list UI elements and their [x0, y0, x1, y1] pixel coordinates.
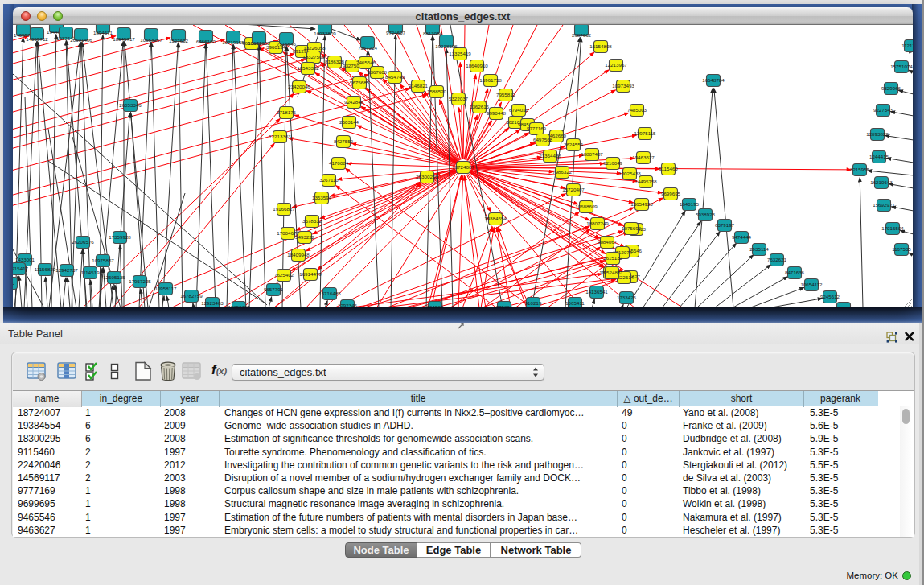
svg-text:9245612: 9245612: [820, 294, 840, 299]
svg-text:9084067: 9084067: [598, 239, 618, 245]
svg-text:7986322: 7986322: [552, 169, 573, 175]
svg-text:10973493: 10973493: [612, 83, 634, 89]
svg-text:1353594: 1353594: [312, 195, 332, 200]
svg-text:7485003: 7485003: [627, 107, 647, 113]
svg-text:16961758: 16961758: [479, 77, 502, 83]
svg-text:26053346: 26053346: [119, 102, 142, 108]
svg-text:20691406: 20691406: [70, 37, 92, 43]
svg-text:18945717: 18945717: [113, 36, 135, 42]
svg-text:5675685: 5675685: [350, 80, 370, 85]
svg-text:9146821: 9146821: [409, 83, 429, 89]
svg-text:7955812: 7955812: [496, 92, 516, 97]
svg-text:14055712: 14055712: [26, 36, 48, 42]
svg-text:7357224: 7357224: [358, 45, 378, 51]
svg-text:5938923: 5938923: [696, 212, 716, 217]
svg-text:9657791: 9657791: [264, 286, 284, 292]
svg-text:5493222: 5493222: [295, 234, 315, 240]
svg-text:14495758: 14495758: [634, 179, 657, 184]
svg-text:3267110: 3267110: [319, 177, 339, 183]
svg-text:19358117: 19358117: [228, 304, 250, 307]
svg-text:2465546: 2465546: [356, 60, 376, 65]
svg-text:10958117: 10958117: [154, 286, 177, 291]
svg-text:19524851: 19524851: [601, 270, 623, 275]
svg-text:26206576: 26206576: [72, 239, 94, 245]
svg-text:15692971: 15692971: [873, 202, 895, 208]
svg-text:10025433: 10025433: [618, 171, 641, 176]
svg-text:10719155: 10719155: [222, 39, 244, 45]
svg-text:16671355: 16671355: [248, 40, 270, 46]
svg-text:3624554: 3624554: [564, 142, 584, 147]
svg-text:16782759: 16782759: [180, 293, 203, 299]
svg-text:8813054: 8813054: [423, 31, 443, 36]
svg-text:25300295: 25300295: [416, 174, 438, 179]
svg-text:9699695: 9699695: [661, 191, 681, 196]
svg-text:8471636: 8471636: [785, 270, 805, 275]
svg-text:910219: 910219: [525, 300, 542, 306]
svg-text:9724607: 9724607: [386, 30, 406, 35]
svg-text:5322037: 5322037: [449, 96, 469, 101]
svg-text:18640910: 18640910: [466, 63, 488, 68]
svg-text:7515546: 7515546: [277, 41, 297, 47]
svg-text:9227343: 9227343: [873, 107, 893, 113]
svg-text:1244415: 1244415: [869, 154, 889, 159]
svg-text:15716485: 15716485: [318, 290, 341, 296]
svg-text:2367608: 2367608: [368, 69, 388, 75]
svg-text:1121744: 1121744: [901, 43, 913, 48]
svg-text:1075692: 1075692: [622, 225, 642, 231]
svg-text:2718176: 2718176: [277, 109, 297, 115]
svg-text:9329966: 9329966: [881, 85, 901, 91]
svg-text:1733426: 1733426: [617, 295, 637, 300]
svg-text:13226058: 13226058: [303, 45, 326, 51]
svg-text:14136541: 14136541: [585, 289, 608, 295]
svg-text:10653267: 10653267: [140, 37, 162, 43]
svg-text:1292346: 1292346: [338, 303, 358, 307]
svg-text:17016504: 17016504: [881, 225, 904, 231]
svg-text:9474444: 9474444: [732, 234, 752, 240]
svg-text:17957225: 17957225: [129, 278, 151, 284]
svg-text:3578332: 3578332: [302, 218, 322, 224]
svg-text:12975115: 12975115: [634, 130, 656, 136]
svg-text:10807487: 10807487: [581, 151, 603, 157]
svg-text:775301: 775301: [496, 304, 513, 307]
svg-text:2603144: 2603144: [339, 119, 359, 125]
svg-text:8215955: 8215955: [850, 167, 870, 172]
svg-text:9115460: 9115460: [659, 166, 678, 171]
svg-text:1615132: 1615132: [603, 255, 623, 261]
svg-text:12923463: 12923463: [201, 300, 224, 306]
svg-text:7632621: 7632621: [767, 257, 787, 262]
svg-text:1362615: 1362615: [470, 104, 490, 109]
svg-text:1433001: 1433001: [15, 257, 35, 262]
svg-text:8427552: 8427552: [334, 138, 354, 144]
svg-text:15751074: 15751074: [890, 64, 913, 69]
svg-text:9990448: 9990448: [487, 110, 507, 116]
svg-text:12213363: 12213363: [269, 134, 291, 139]
svg-text:12942737: 12942737: [55, 267, 78, 273]
svg-text:12505135: 12505135: [103, 274, 125, 280]
svg-text:13654923: 13654923: [630, 201, 653, 207]
svg-text:10975857: 10975857: [92, 257, 114, 263]
svg-text:6466160: 6466160: [196, 39, 216, 44]
svg-text:16648784: 16648784: [702, 77, 725, 83]
svg-text:904521: 904521: [427, 304, 444, 307]
svg-text:9245613: 9245613: [834, 305, 854, 307]
svg-text:9777169: 9777169: [527, 126, 547, 131]
svg-text:7625402: 7625402: [274, 272, 294, 278]
svg-text:3915417: 3915417: [13, 266, 29, 271]
svg-text:11156829: 11156829: [35, 266, 56, 272]
svg-text:1065411: 1065411: [565, 300, 585, 306]
svg-text:19166827: 19166827: [273, 206, 295, 212]
svg-text:1640195: 1640195: [680, 201, 700, 207]
svg-text:6216049: 6216049: [603, 160, 623, 166]
svg-text:6794028: 6794028: [509, 107, 529, 113]
svg-text:1894571: 1894571: [93, 30, 113, 35]
svg-text:1114519: 1114519: [80, 270, 100, 275]
svg-text:1167535: 1167535: [892, 246, 911, 252]
svg-text:16543382: 16543382: [297, 65, 319, 71]
svg-text:10654112: 10654112: [800, 282, 823, 287]
svg-text:19218506: 19218506: [435, 43, 458, 49]
svg-text:4170084: 4170084: [329, 160, 349, 166]
svg-text:17359928: 17359928: [109, 234, 131, 240]
svg-text:16154808: 16154808: [589, 43, 612, 49]
svg-text:6379197: 6379197: [715, 222, 735, 228]
svg-text:8186328: 8186328: [325, 59, 345, 64]
